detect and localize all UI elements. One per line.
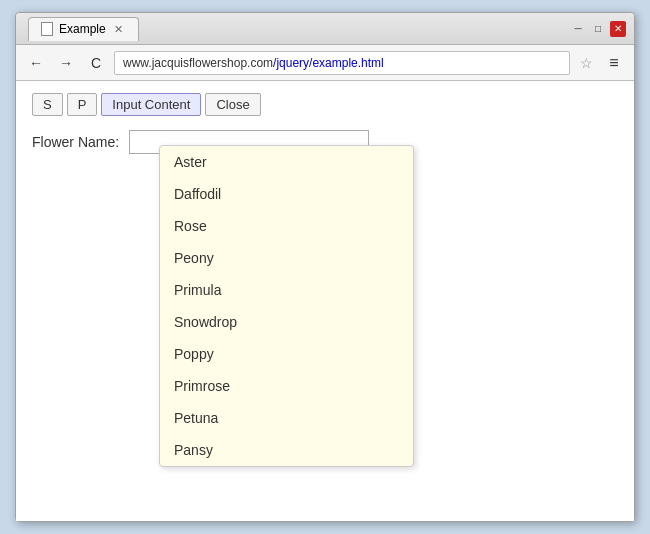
dropdown-item[interactable]: Daffodil <box>160 178 413 210</box>
dropdown-item[interactable]: Primula <box>160 274 413 306</box>
tab-title: Example <box>59 22 106 36</box>
dropdown-item[interactable]: Aster <box>160 146 413 178</box>
dropdown-item[interactable]: Peony <box>160 242 413 274</box>
address-bar[interactable]: www.jacquisflowershop.com/jquery/example… <box>114 51 570 75</box>
back-button[interactable]: ← <box>24 51 48 75</box>
close-button[interactable]: Close <box>205 93 260 116</box>
toolbar: S P Input Content Close <box>32 93 618 116</box>
dropdown-item[interactable]: Rose <box>160 210 413 242</box>
p-button[interactable]: P <box>67 93 98 116</box>
address-domain: www.jacquisflowershop.com <box>123 56 273 70</box>
tab-doc-icon <box>41 22 53 36</box>
flower-name-label: Flower Name: <box>32 134 119 150</box>
s-button[interactable]: S <box>32 93 63 116</box>
close-window-button[interactable]: ✕ <box>610 21 626 37</box>
dropdown-item[interactable]: Snowdrop <box>160 306 413 338</box>
dropdown-item[interactable]: Primrose <box>160 370 413 402</box>
browser-tab[interactable]: Example ✕ <box>28 17 139 41</box>
flower-dropdown: AsterDaffodilRosePeonyPrimulaSnowdropPop… <box>159 145 414 467</box>
dropdown-item[interactable]: Poppy <box>160 338 413 370</box>
minimize-button[interactable]: ─ <box>570 21 586 37</box>
maximize-button[interactable]: □ <box>590 21 606 37</box>
forward-button[interactable]: → <box>54 51 78 75</box>
input-content-button[interactable]: Input Content <box>101 93 201 116</box>
window-controls: ─ □ ✕ <box>570 21 626 37</box>
address-path: /jquery/example.html <box>273 56 384 70</box>
refresh-button[interactable]: C <box>84 51 108 75</box>
browser-window: Example ✕ ─ □ ✕ ← → C www.jacquisflowers… <box>15 12 635 522</box>
dropdown-item[interactable]: Petuna <box>160 402 413 434</box>
tab-close-button[interactable]: ✕ <box>112 22 126 36</box>
title-bar: Example ✕ ─ □ ✕ <box>16 13 634 45</box>
tab-bar: Example ✕ <box>24 17 564 41</box>
menu-button[interactable]: ≡ <box>602 51 626 75</box>
bookmark-button[interactable]: ☆ <box>576 53 596 73</box>
dropdown-item[interactable]: Pansy <box>160 434 413 466</box>
nav-bar: ← → C www.jacquisflowershop.com/jquery/e… <box>16 45 634 81</box>
page-content: S P Input Content Close Flower Name: Ast… <box>16 81 634 521</box>
